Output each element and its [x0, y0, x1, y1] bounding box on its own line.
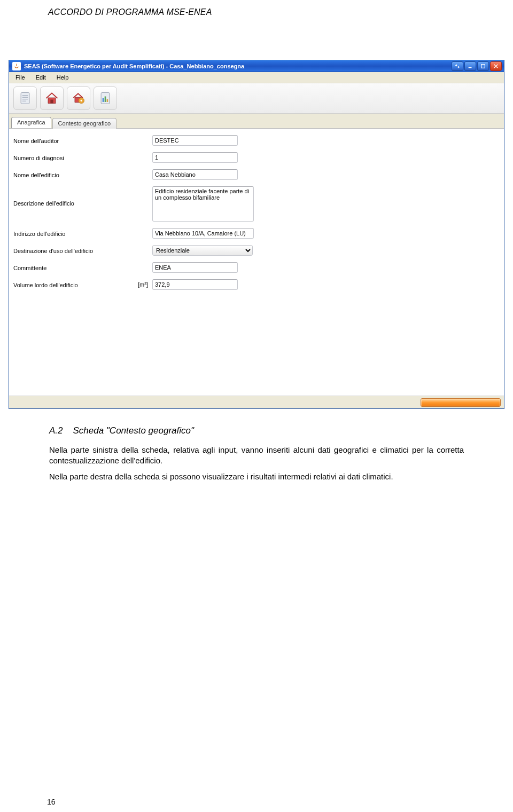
titlebar: SEAS (Software Energetico per Audit Semp… [9, 60, 504, 72]
menubar: File Edit Help [9, 72, 504, 83]
svg-rect-13 [107, 99, 108, 102]
minimize-icon[interactable] [464, 61, 476, 71]
menu-file[interactable]: File [13, 74, 27, 81]
label-destinazione: Destinazione d'uso dell'edificio [13, 247, 136, 254]
doc-running-header: ACCORDO DI PROGRAMMA MSE-ENEA [0, 0, 513, 17]
toolbar [9, 83, 504, 114]
svg-rect-2 [21, 93, 29, 104]
swap-icon[interactable] [452, 61, 463, 71]
input-volume[interactable] [152, 279, 238, 290]
app-window: SEAS (Software Energetico per Audit Semp… [9, 60, 504, 409]
toolbar-document-icon[interactable] [13, 86, 37, 110]
section-number: A.2 [49, 425, 63, 436]
tab-anagrafica[interactable]: Anagrafica [11, 117, 51, 128]
svg-rect-7 [50, 100, 53, 104]
input-indirizzo[interactable] [152, 228, 254, 239]
menu-help[interactable]: Help [55, 74, 71, 81]
maximize-icon[interactable] [477, 61, 489, 71]
java-icon [12, 62, 21, 70]
unit-volume: [m³] [136, 281, 152, 288]
paragraph: Nella parte sinistra della scheda, relat… [49, 445, 464, 467]
tab-contesto-geografico[interactable]: Contesto geografico [52, 118, 116, 129]
input-committente[interactable] [152, 262, 238, 273]
section-heading: A.2 Scheda "Contesto geografico" [49, 425, 464, 437]
progress-bar [421, 398, 501, 407]
input-edificio[interactable] [152, 169, 238, 180]
svg-point-9 [81, 100, 83, 102]
input-ndiagnosi[interactable] [152, 152, 238, 163]
form-panel: Nome dell'auditor Numero di diagnosi Nom… [9, 129, 504, 396]
svg-rect-12 [105, 97, 106, 103]
svg-rect-11 [103, 98, 104, 102]
toolbar-home-icon[interactable] [40, 86, 64, 110]
tabstrip: Anagrafica Contesto geografico [9, 114, 504, 129]
paragraph: Nella parte destra della scheda si posso… [49, 471, 464, 482]
window-title: SEAS (Software Energetico per Audit Semp… [24, 63, 452, 69]
svg-rect-1 [481, 65, 485, 68]
input-auditor[interactable] [152, 135, 238, 146]
select-destinazione[interactable]: Residenziale [152, 245, 253, 256]
svg-rect-0 [469, 67, 472, 68]
menu-edit[interactable]: Edit [34, 74, 48, 81]
label-auditor: Nome dell'auditor [13, 137, 136, 144]
close-icon[interactable] [490, 61, 502, 71]
toolbar-home-gear-icon[interactable] [67, 86, 90, 110]
section-title: Scheda "Contesto geografico" [73, 425, 194, 436]
toolbar-report-icon[interactable] [94, 86, 117, 110]
label-indirizzo: Indirizzo dell'edificio [13, 230, 136, 237]
label-volume: Volume lordo dell'edificio [13, 281, 136, 288]
label-committente: Committente [13, 264, 136, 271]
label-descrizione: Descrizione dell'edificio [13, 186, 136, 207]
label-ndiagnosi: Numero di diagnosi [13, 154, 136, 161]
textarea-descrizione[interactable] [152, 186, 254, 222]
label-edificio: Nome dell'edificio [13, 171, 136, 178]
statusbar [9, 396, 504, 408]
